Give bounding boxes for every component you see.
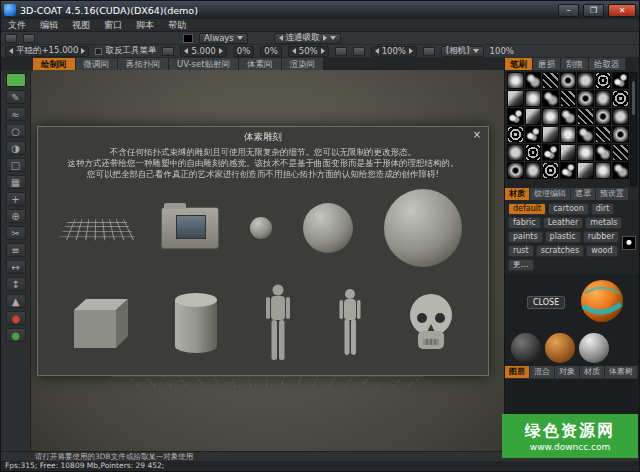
close-preview-button[interactable]: CLOSE [527, 296, 565, 309]
material-chip[interactable]: default [508, 203, 546, 215]
material-chip[interactable]: dirt [591, 203, 615, 215]
brush-thumbnail[interactable] [525, 144, 542, 161]
add-tool[interactable]: + [6, 192, 26, 206]
material-chip[interactable]: fabric [508, 217, 541, 229]
brush-thumbnail[interactable] [507, 72, 524, 89]
brush-thumbnail[interactable] [507, 108, 524, 125]
decrement-icon[interactable] [375, 48, 379, 54]
brush-thumbnail[interactable] [560, 162, 577, 179]
always-dropdown[interactable]: Always [199, 33, 248, 44]
zoom-spinner[interactable]: 100% [371, 46, 417, 57]
material-tab[interactable]: 遮罩 [571, 188, 595, 200]
primitive-sphere-large[interactable] [384, 189, 462, 267]
record-button[interactable]: ● [6, 311, 26, 325]
brush-scrollbar[interactable] [630, 72, 637, 186]
panel-tab[interactable]: 磨损 [533, 58, 560, 70]
increment-icon[interactable] [409, 48, 413, 54]
maximize-button[interactable]: ❐ [583, 4, 604, 17]
target-tool[interactable]: ⊕ [6, 209, 26, 223]
eyedropper-icon[interactable] [162, 47, 174, 56]
primitive-male-figure[interactable] [261, 283, 295, 363]
material-chip[interactable]: paints [508, 231, 543, 243]
increment-icon[interactable] [81, 48, 85, 54]
minimize-button[interactable]: – [558, 4, 579, 17]
primitive-female-figure[interactable] [335, 288, 365, 358]
brush-thumbnail[interactable] [542, 108, 559, 125]
decrement-icon[interactable] [292, 48, 296, 54]
play-button[interactable]: ● [6, 328, 26, 342]
brush-thumbnail[interactable] [612, 162, 629, 179]
layers-tool[interactable]: ≡ [6, 243, 26, 257]
menu-item[interactable]: 窗口 [97, 19, 129, 32]
panel-tab[interactable]: 笔刷 [505, 58, 532, 70]
panel-bottom-tab[interactable]: 混合 [530, 366, 554, 378]
material-chip[interactable]: rust [508, 245, 534, 257]
grid-tool[interactable]: ▦ [6, 175, 26, 189]
panel-bottom-tab[interactable]: 材质 [580, 366, 604, 378]
menu-item[interactable]: 编辑 [33, 19, 65, 32]
invert-tool-checkbox[interactable]: 取反工具菜单 [95, 45, 156, 57]
primitive-cube[interactable] [68, 294, 132, 352]
brush-thumbnail[interactable] [560, 72, 577, 89]
scrollbar-thumb[interactable] [632, 81, 635, 115]
brush-thumbnail[interactable] [612, 144, 629, 161]
brush-thumbnail[interactable] [560, 108, 577, 125]
brush-thumbnail[interactable] [577, 162, 594, 179]
dialog-close-icon[interactable]: × [471, 129, 483, 140]
brush-thumbnail[interactable] [577, 126, 594, 143]
falloff-spinner[interactable]: 0% [260, 46, 282, 57]
picked-color-swatch[interactable] [622, 236, 636, 250]
panel-tab[interactable]: 刮痕 [561, 58, 588, 70]
decrement-icon[interactable] [184, 48, 188, 54]
symmetry-icon[interactable] [353, 47, 365, 56]
material-chip[interactable]: plastic [545, 231, 581, 243]
brush-thumbnail[interactable] [560, 90, 577, 107]
material-chip[interactable]: rubber [583, 231, 620, 243]
brush-thumbnail[interactable] [525, 108, 542, 125]
sphere-tool[interactable]: ○ [6, 124, 26, 138]
pick-mode-dropdown[interactable]: 连通吸取 [274, 33, 341, 44]
material-tab[interactable]: 预设置 [596, 188, 628, 200]
viewport-3d[interactable]: 体素雕刻 × 不含任何拓扑式束缚的雕刻且可使用无限复杂的细节。您可以无限制的更改… [31, 70, 504, 451]
material-tab[interactable]: 纹理编辑 [530, 188, 570, 200]
material-thumbnail[interactable] [511, 333, 541, 363]
material-chip[interactable]: metals [585, 217, 622, 229]
move-v-tool[interactable]: ↕ [6, 277, 26, 291]
increment-icon[interactable] [219, 48, 223, 54]
brush-thumbnail[interactable] [542, 162, 559, 179]
pose-tool[interactable]: ▲ [6, 294, 26, 308]
menu-item[interactable]: 脚本 [129, 19, 161, 32]
panel-bottom-tab[interactable]: 图层 [505, 366, 529, 378]
brush-thumbnail[interactable] [560, 144, 577, 161]
increment-icon[interactable] [321, 48, 325, 54]
halftone-tool[interactable]: ◑ [6, 141, 26, 155]
stencil-mode-icon[interactable] [23, 34, 35, 43]
material-chip[interactable]: cartoon [548, 203, 589, 215]
brush-thumbnail[interactable] [507, 162, 524, 179]
depth-spinner[interactable]: 0% [233, 46, 255, 57]
brush-thumbnail[interactable] [612, 126, 629, 143]
brush-thumbnail[interactable] [525, 72, 542, 89]
panel-bottom-tab[interactable]: 体素树 [605, 366, 637, 378]
pencil-tool[interactable]: ✎ [6, 90, 26, 104]
brush-thumbnail[interactable] [507, 90, 524, 107]
panel-bottom-tab[interactable]: 对象 [555, 366, 579, 378]
current-color-swatch[interactable] [6, 73, 26, 87]
room-tab[interactable]: UV-set贴射间 [169, 58, 238, 70]
close-button[interactable]: ✕ [608, 4, 636, 17]
brush-thumbnail[interactable] [525, 90, 542, 107]
brush-thumbnail[interactable] [507, 126, 524, 143]
room-tab[interactable]: 绘制间 [33, 58, 75, 70]
material-tab[interactable]: 材质 [505, 188, 529, 200]
panel-tab[interactable]: 拾取器 [589, 58, 625, 70]
primitive-sphere-small[interactable] [250, 217, 272, 239]
brush-thumbnail[interactable] [542, 72, 559, 89]
brush-thumbnail[interactable] [595, 72, 612, 89]
brush-thumbnail[interactable] [577, 108, 594, 125]
brush-thumbnail[interactable] [595, 162, 612, 179]
primitive-import-folder[interactable] [161, 207, 219, 249]
primitive-sphere-medium[interactable] [303, 203, 353, 253]
brush-thumbnail[interactable] [577, 144, 594, 161]
draw-mode-icon[interactable] [5, 34, 17, 43]
brush-thumbnail[interactable] [612, 108, 629, 125]
